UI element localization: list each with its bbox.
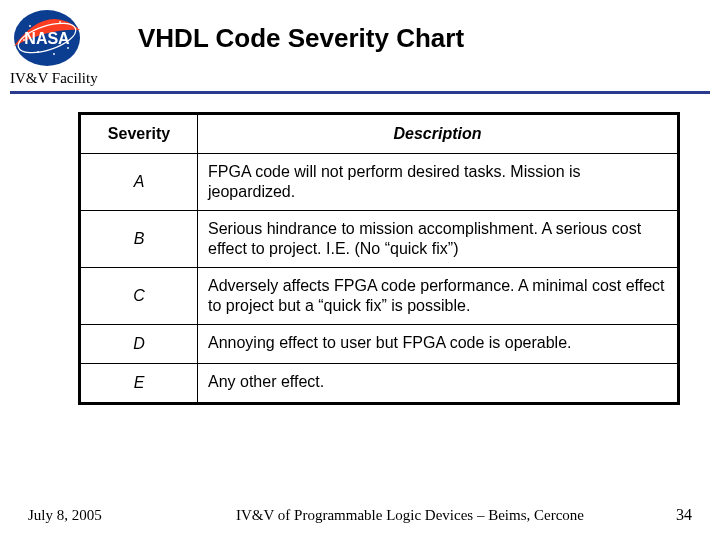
- severity-cell: A: [80, 154, 198, 211]
- col-header-description: Description: [198, 114, 679, 154]
- description-cell: FPGA code will not perform desired tasks…: [198, 154, 679, 211]
- table-header-row: Severity Description: [80, 114, 679, 154]
- description-cell: Any other effect.: [198, 364, 679, 404]
- severity-cell: E: [80, 364, 198, 404]
- svg-point-3: [59, 21, 61, 23]
- nasa-logo-icon: NASA: [10, 8, 84, 68]
- table-row: B Serious hindrance to mission accomplis…: [80, 211, 679, 268]
- severity-cell: B: [80, 211, 198, 268]
- col-header-severity: Severity: [80, 114, 198, 154]
- severity-table: Severity Description A FPGA code will no…: [78, 112, 680, 405]
- footer-text: IV&V of Programmable Logic Devices – Bei…: [168, 507, 652, 524]
- slide-content: Severity Description A FPGA code will no…: [0, 94, 720, 405]
- description-cell: Adversely affects FPGA code performance.…: [198, 268, 679, 325]
- description-cell: Serious hindrance to mission accomplishm…: [198, 211, 679, 268]
- table-row: D Annoying effect to user but FPGA code …: [80, 325, 679, 364]
- svg-point-6: [53, 53, 55, 55]
- slide-header: NASA VHDL Code Severity Chart: [0, 0, 720, 68]
- slide-footer: July 8, 2005 IV&V of Programmable Logic …: [0, 506, 720, 524]
- facility-label: IV&V Facility: [0, 68, 720, 91]
- slide-title: VHDL Code Severity Chart: [108, 23, 710, 54]
- severity-cell: D: [80, 325, 198, 364]
- footer-date: July 8, 2005: [28, 507, 168, 524]
- svg-point-5: [37, 51, 39, 53]
- description-cell: Annoying effect to user but FPGA code is…: [198, 325, 679, 364]
- table-row: A FPGA code will not perform desired tas…: [80, 154, 679, 211]
- severity-cell: C: [80, 268, 198, 325]
- svg-point-7: [23, 39, 25, 41]
- page-number: 34: [652, 506, 692, 524]
- svg-point-2: [29, 25, 31, 27]
- nasa-logo-text: NASA: [24, 30, 70, 47]
- table-row: C Adversely affects FPGA code performanc…: [80, 268, 679, 325]
- table-row: E Any other effect.: [80, 364, 679, 404]
- svg-point-4: [67, 47, 69, 49]
